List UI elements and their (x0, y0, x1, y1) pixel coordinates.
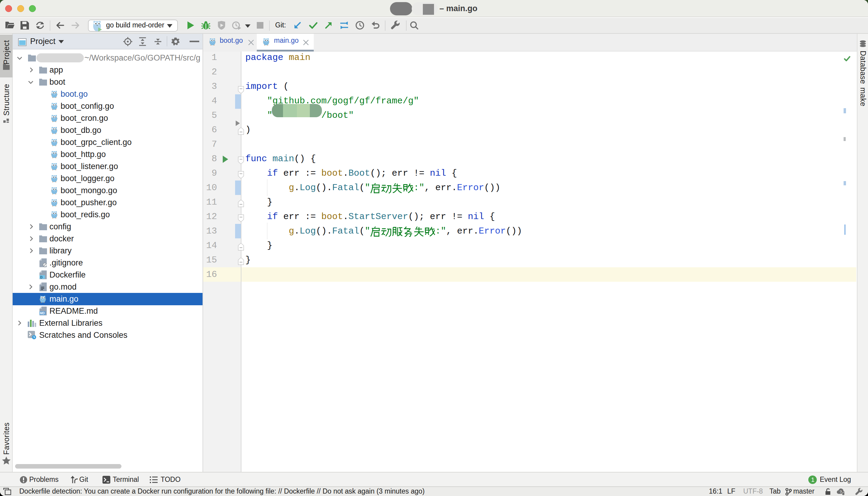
svg-text:1: 1 (811, 477, 815, 483)
svg-text:D: D (40, 275, 43, 279)
svg-text:MD: MD (40, 312, 45, 315)
svg-text:?: ? (840, 490, 842, 494)
